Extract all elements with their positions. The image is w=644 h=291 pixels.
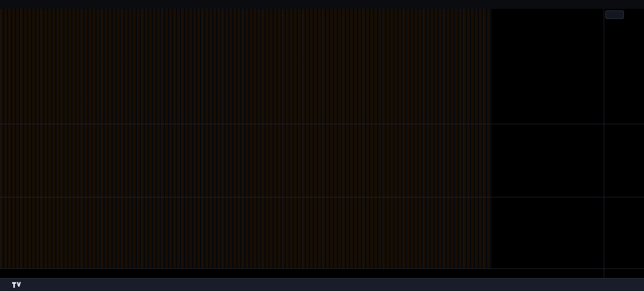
pane-separator-macd-timeaxis: [0, 268, 644, 269]
chart-panes[interactable]: [0, 9, 644, 278]
tradingview-published-chart: [0, 0, 644, 291]
pane-separator-rsi-macd[interactable]: [0, 197, 644, 197]
tradingview-logo-icon[interactable]: [12, 282, 21, 288]
symbol-legend: [4, 11, 7, 16]
price-scale-border: [604, 9, 604, 278]
footer-bar: [0, 278, 644, 291]
publish-attribution-bar: [0, 0, 644, 9]
time-axis[interactable]: [0, 268, 644, 278]
pane-separator-price-rsi[interactable]: [0, 124, 644, 124]
usd-currency-button[interactable]: [605, 10, 624, 19]
